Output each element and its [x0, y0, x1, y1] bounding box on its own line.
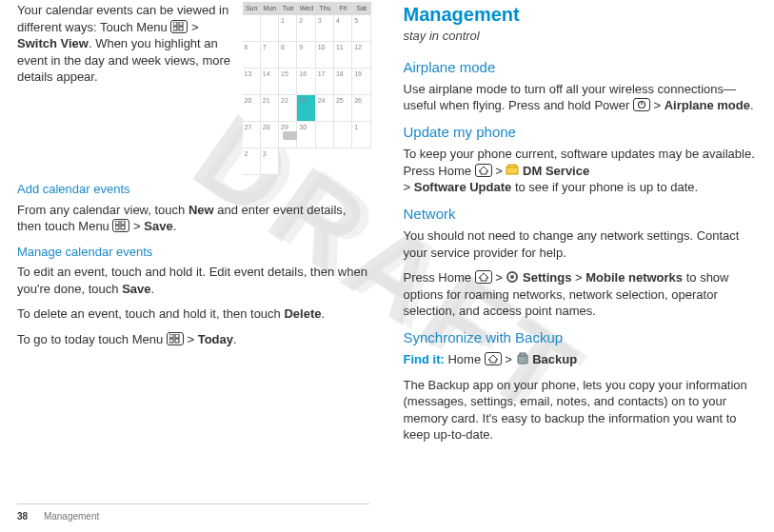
update-body: To keep your phone current, software upd…: [404, 146, 758, 196]
cal-cell: 1: [352, 122, 370, 148]
svg-rect-3: [179, 27, 183, 30]
cal-cell: 30: [297, 122, 315, 148]
heading-update: Update my phone: [404, 123, 758, 142]
left-column: Your calendar events can be viewed in di…: [17, 0, 371, 495]
edit-event-body: To edit an event, touch and hold it. Edi…: [17, 264, 371, 297]
svg-rect-7: [121, 226, 125, 229]
cal-cell: 21: [261, 95, 279, 122]
svg-marker-17: [479, 273, 488, 281]
cal-cell: 25: [334, 95, 352, 122]
network-body-2: Press Home > Settings > Mobile networks …: [404, 269, 758, 320]
svg-rect-6: [115, 226, 119, 229]
cal-cell: 23: [297, 95, 315, 122]
svg-rect-9: [175, 334, 179, 338]
heading-manage-events: Manage calendar events: [17, 244, 371, 261]
cal-cell: 1: [279, 15, 297, 42]
cal-cell: 17: [316, 69, 334, 95]
cal-cell: 5: [352, 15, 370, 42]
cal-cell: [316, 122, 334, 148]
cal-cell: 22: [279, 95, 297, 122]
dm-service-icon: [506, 164, 519, 177]
cal-cell: 28: [261, 122, 279, 148]
cal-cell: 24: [316, 95, 334, 122]
svg-rect-10: [169, 339, 173, 343]
svg-rect-0: [173, 22, 177, 26]
cal-cell: 13: [243, 69, 261, 95]
svg-marker-20: [488, 355, 498, 363]
cal-cell: 3: [261, 148, 279, 175]
cal-cell: 12: [352, 42, 370, 69]
add-events-body: From any calendar view, touch New and en…: [17, 202, 371, 235]
cal-cell: 29: [279, 122, 297, 148]
right-column: Management stay in control Airplane mode…: [404, 0, 758, 495]
menu-icon: [170, 20, 188, 33]
svg-rect-22: [520, 353, 526, 356]
cal-cell: 2: [243, 148, 261, 175]
home-icon: [485, 352, 502, 365]
cal-day-header: Sun: [243, 2, 261, 15]
power-icon: [633, 98, 650, 111]
airplane-body: Use airplane mode to turn off all your w…: [404, 81, 758, 114]
cal-day-header: Thu: [316, 2, 334, 15]
cal-cell: [334, 122, 352, 148]
home-icon: [475, 270, 492, 284]
cal-cell: 11: [334, 42, 352, 69]
cal-cell: 14: [261, 69, 279, 95]
cal-cell: 7: [261, 42, 279, 69]
cal-cell: [261, 15, 279, 42]
cal-cell: 9: [297, 42, 315, 69]
settings-icon: [506, 270, 519, 284]
cal-cell: 8: [279, 42, 297, 69]
cal-cell: 6: [243, 42, 261, 69]
heading-airplane: Airplane mode: [404, 58, 758, 77]
svg-rect-16: [508, 165, 516, 167]
cal-day-header: Sat: [352, 2, 370, 15]
cal-cell: [243, 15, 261, 42]
today-body: To go to today touch Menu > Today.: [17, 331, 371, 348]
calendar-thumbnail: SunMonTueWedThuFriSat 123456789101112131…: [243, 2, 371, 175]
network-body-1: You should not need to change any networ…: [404, 227, 758, 261]
intro-paragraph: Your calendar events can be viewed in di…: [17, 2, 233, 86]
cal-day-header: Mon: [261, 2, 279, 15]
page-number: 38: [17, 511, 28, 522]
section-title: Management: [404, 2, 758, 28]
heading-network: Network: [404, 205, 758, 224]
cal-day-header: Wed: [297, 2, 315, 15]
heading-add-events: Add calendar events: [17, 181, 371, 198]
cal-cell: 27: [243, 122, 261, 148]
cal-cell: 10: [316, 42, 334, 69]
cal-day-header: Tue: [279, 2, 297, 15]
cal-cell: 2: [297, 15, 315, 42]
sync-find-it: Find it: Home > Backup: [404, 351, 758, 368]
cal-cell: 19: [352, 69, 370, 95]
heading-sync: Synchronize with Backup: [404, 328, 758, 347]
cal-cell: 4: [334, 15, 352, 42]
sync-body: The Backup app on your phone, lets you c…: [404, 377, 758, 443]
cal-day-header: Fri: [334, 2, 352, 15]
svg-rect-2: [173, 27, 177, 30]
svg-rect-11: [175, 339, 179, 343]
svg-marker-14: [479, 167, 488, 174]
cal-cell: 3: [316, 15, 334, 42]
cal-cell: 15: [279, 69, 297, 95]
delete-event-body: To delete an event, touch and hold it, t…: [17, 305, 371, 323]
page-body: Your calendar events can be viewed in di…: [0, 0, 774, 495]
svg-rect-8: [169, 334, 173, 338]
menu-icon: [167, 332, 184, 345]
cal-cell: 18: [334, 69, 352, 95]
footer-section: Management: [44, 511, 99, 522]
cal-cell: 26: [352, 95, 370, 122]
svg-rect-4: [115, 221, 119, 225]
cal-cell: 20: [243, 95, 261, 122]
cal-cell: 16: [297, 69, 315, 95]
svg-point-19: [510, 275, 514, 279]
svg-rect-1: [179, 22, 183, 26]
home-icon: [475, 164, 492, 177]
page-footer: 38 Management: [17, 503, 369, 523]
menu-icon: [112, 219, 129, 232]
backup-icon: [516, 352, 529, 365]
section-subtitle: stay in control: [404, 28, 758, 45]
svg-rect-5: [121, 221, 125, 225]
